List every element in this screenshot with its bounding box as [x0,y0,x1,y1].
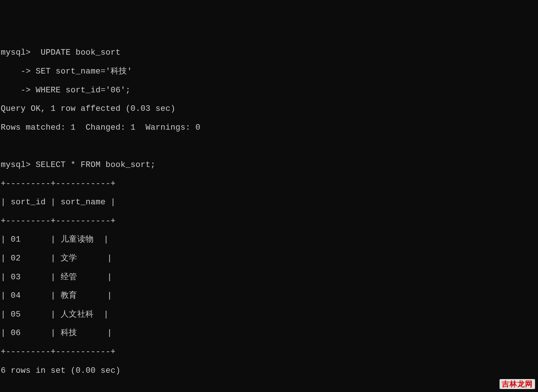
sql-prompt-line: mysql> SELECT * FROM book_sort; [1,160,537,170]
table-row: | 01 | 儿童读物 | [1,235,537,244]
blank-line [1,142,537,151]
sql-prompt-line: mysql> UPDATE book_sort [1,48,537,57]
table-header: | sort_id | sort_name | [1,198,537,207]
result-line: Rows matched: 1 Changed: 1 Warnings: 0 [1,123,537,132]
sql-cont-line: -> WHERE sort_id='06'; [1,86,537,95]
table-row: | 06 | 科技 | [1,328,537,338]
sql-cont-line: -> SET sort_name='科技' [1,67,537,76]
table-row: | 05 | 人文社科 | [1,310,537,319]
table-border: +---------+-----------+ [1,179,537,188]
result-line: Query OK, 1 row affected (0.03 sec) [1,104,537,113]
watermark-badge: 吉林龙网 [500,379,535,389]
table-row: | 04 | 教育 | [1,291,537,300]
table-border: +---------+-----------+ [1,347,537,357]
terminal-output[interactable]: mysql> UPDATE book_sort -> SET sort_name… [1,39,537,392]
table-border: +---------+-----------+ [1,217,537,226]
blank-line [1,385,537,392]
table-row: | 03 | 经管 | [1,273,537,282]
result-footer: 6 rows in set (0.00 sec) [1,366,537,375]
table-row: | 02 | 文学 | [1,254,537,263]
